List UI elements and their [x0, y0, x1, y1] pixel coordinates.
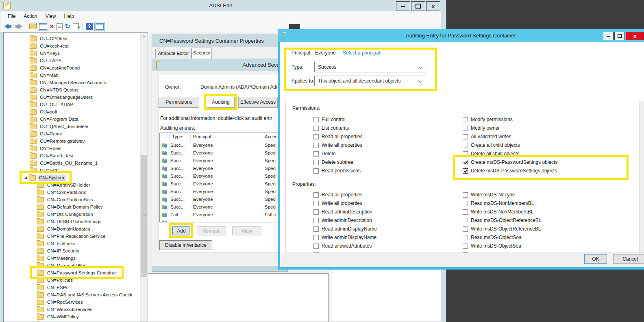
- checkbox[interactable]: [463, 117, 468, 122]
- checkbox[interactable]: [313, 192, 319, 198]
- principal-column-header[interactable]: Principal: [191, 133, 262, 141]
- audit-entry-row[interactable]: Succ... Everyone Speci: [160, 180, 281, 187]
- menu-view[interactable]: View: [41, 12, 60, 20]
- maximize-button[interactable]: [411, 1, 425, 11]
- tree-item[interactable]: CN=Password Settings Container: [4, 269, 142, 276]
- tree-item[interactable]: CN=NTDS Quotas: [4, 86, 142, 94]
- checkbox[interactable]: [463, 226, 468, 232]
- tree-item[interactable]: OU=GPOtest: [4, 35, 142, 42]
- tree-item[interactable]: CN=Meetings: [4, 255, 142, 262]
- type-column-header[interactable]: Type: [170, 133, 191, 141]
- tree-item[interactable]: OU=OU - ADAP: [4, 101, 142, 108]
- checkbox[interactable]: [463, 134, 468, 139]
- checkbox[interactable]: [313, 143, 319, 148]
- tree-item[interactable]: OU=QAtest_dontdelete: [4, 123, 142, 130]
- checkbox[interactable]: [313, 235, 319, 240]
- scrollbar-thumb[interactable]: [141, 155, 147, 277]
- back-icon[interactable]: [4, 24, 12, 29]
- checkbox[interactable]: [463, 201, 468, 206]
- checkbox[interactable]: [313, 201, 319, 206]
- checkbox[interactable]: [463, 168, 468, 174]
- tree-item[interactable]: CN=WinsockServices: [4, 306, 142, 313]
- checkbox[interactable]: [313, 160, 319, 165]
- checkbox[interactable]: [313, 126, 319, 131]
- checkbox[interactable]: [313, 218, 319, 223]
- tree-item[interactable]: CN=File Replication Service: [4, 233, 142, 240]
- maximize-button[interactable]: [614, 32, 625, 40]
- expander-icon[interactable]: [24, 176, 27, 179]
- tree-item[interactable]: OU=Ramv: [4, 130, 142, 137]
- checkbox[interactable]: [313, 209, 319, 215]
- audit-entry-row[interactable]: Succ... Everyone Speci: [160, 172, 281, 180]
- select-principal-link[interactable]: Select a principal: [343, 50, 380, 56]
- properties-icon[interactable]: [57, 23, 63, 30]
- tree-item[interactable]: CN=Policies: [4, 276, 142, 284]
- dialog-title[interactable]: CN=Password Settings Container Propertie…: [152, 35, 288, 47]
- tree-item[interactable]: OU=SVC: [4, 167, 142, 174]
- ok-button[interactable]: OK: [584, 254, 607, 264]
- auditing-entries-table[interactable]: Type Principal Acces Succ... Everyone Sp…: [159, 133, 281, 222]
- tree-scrollbar[interactable]: [140, 33, 147, 322]
- tree-item[interactable]: CN=ComPartitions: [4, 189, 142, 196]
- tree-item[interactable]: [4, 320, 142, 322]
- audit-entry-row[interactable]: Fail Everyone Full c: [160, 211, 281, 218]
- tree-item[interactable]: OU=Sathis_OU_Rename_1: [4, 159, 142, 167]
- cancel-button[interactable]: Cancel: [613, 254, 644, 264]
- tree-item[interactable]: CN=ComPartitionSets: [4, 196, 142, 203]
- checkbox[interactable]: [313, 226, 319, 232]
- audit-entry-row[interactable]: Succ... Everyone Speci: [160, 141, 281, 149]
- audit-entry-row[interactable]: Succ... Everyone Speci: [160, 203, 281, 211]
- tree-item[interactable]: CN=Managed Service Accounts: [4, 79, 142, 86]
- close-button[interactable]: [426, 1, 440, 11]
- checkbox[interactable]: [463, 126, 468, 131]
- scroll-up-button[interactable]: [141, 33, 147, 39]
- tree-item[interactable]: CN=LostAndFound: [4, 64, 142, 72]
- checkbox[interactable]: [463, 160, 468, 165]
- checkbox[interactable]: [463, 209, 468, 215]
- panel-scrollbar[interactable]: [639, 101, 644, 253]
- tree-item[interactable]: CN=System: [4, 174, 142, 181]
- tab-attribute-editor[interactable]: Attribute Editor: [155, 49, 191, 58]
- checkbox[interactable]: [313, 117, 319, 122]
- checkbox[interactable]: [313, 168, 319, 174]
- tree-item[interactable]: OU=OtherlanguageUsers: [4, 94, 142, 101]
- icon-column-header[interactable]: [160, 133, 170, 141]
- tree-item[interactable]: CN=AdminSDHolder: [4, 181, 142, 189]
- checkbox[interactable]: [463, 192, 468, 198]
- tree-item[interactable]: CN=Mahi: [4, 72, 142, 79]
- tree-item[interactable]: CN=Dfs-Configuration: [4, 211, 142, 218]
- checkbox[interactable]: [463, 143, 468, 148]
- tree-item[interactable]: CN=DomainUpdates: [4, 225, 142, 233]
- audit-entry-row[interactable]: Succ... Everyone Speci: [160, 157, 281, 164]
- tree-item[interactable]: CN=FileLinks: [4, 240, 142, 247]
- checkbox[interactable]: [463, 244, 468, 249]
- tree-item[interactable]: CN=Roles: [4, 145, 142, 152]
- tree-item[interactable]: CN=Keys: [4, 50, 142, 57]
- audit-entry-row[interactable]: [160, 218, 281, 222]
- audit-entry-row[interactable]: Succ... Everyone Speci: [160, 187, 281, 195]
- checkbox[interactable]: [313, 151, 319, 157]
- dialog-titlebar[interactable]: Auditing Entry for Password Settings Con…: [278, 29, 644, 42]
- audit-entry-row[interactable]: Succ... Everyone Speci: [160, 164, 281, 172]
- tree-item[interactable]: CN=IP Security: [4, 247, 142, 255]
- tree-item[interactable]: CN=MicrosoftDNS: [4, 262, 142, 269]
- remove-button[interactable]: Remove: [197, 226, 226, 235]
- audit-entry-row[interactable]: Succ... Everyone Speci: [160, 149, 281, 157]
- tab-security[interactable]: Security: [191, 48, 212, 59]
- tree-item[interactable]: CN=DFSR-GlobalSettings: [4, 218, 142, 225]
- view-button[interactable]: View: [232, 226, 261, 235]
- show-console-tree-icon[interactable]: [39, 23, 47, 30]
- tree-item[interactable]: CN=Program Data: [4, 115, 142, 123]
- tree-item[interactable]: CN=WMIPolicy: [4, 313, 142, 320]
- applies-to-dropdown[interactable]: This object and all descendant objects: [314, 76, 426, 86]
- table-header[interactable]: Type Principal Acces: [160, 133, 281, 141]
- tab-permissions[interactable]: Permissions: [159, 97, 199, 108]
- tree-item[interactable]: OU=kesh-test: [4, 42, 142, 50]
- delete-icon[interactable]: ×: [50, 24, 54, 29]
- minimize-button[interactable]: [603, 32, 614, 40]
- add-button[interactable]: Add: [172, 226, 190, 235]
- checkbox[interactable]: [313, 244, 319, 249]
- checkbox[interactable]: [463, 235, 468, 240]
- tab-effective-access[interactable]: Effective Access: [238, 97, 278, 108]
- tree-item[interactable]: OU=Remote gateway: [4, 137, 142, 145]
